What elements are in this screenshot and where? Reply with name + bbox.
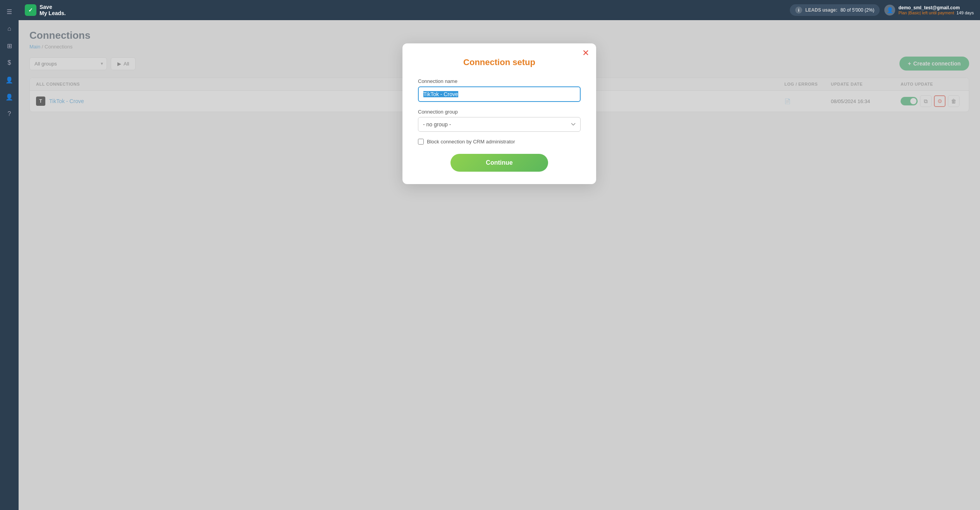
user-plan: Plan |Basic| left until payment 149 days — [898, 10, 974, 15]
connection-group-label: Connection group — [418, 109, 581, 115]
sidebar-hamburger[interactable]: ☰ — [2, 5, 16, 19]
leads-label: LEADS usage: — [805, 7, 837, 13]
modal-close-button[interactable]: ✕ — [582, 49, 589, 57]
sidebar-item-profile[interactable]: 👤 — [2, 90, 16, 104]
home-icon: ⌂ — [7, 25, 11, 32]
sidebar: ☰ ⌂ ⊞ $ 👤 👤 ? — [0, 0, 19, 510]
connection-name-input[interactable] — [418, 86, 581, 102]
logo-icon: ✓ — [25, 4, 36, 16]
connection-setup-modal: ✕ Connection setup Connection name Conne… — [402, 43, 596, 184]
app-name: SaveMy Leads. — [40, 4, 66, 16]
sidebar-item-users[interactable]: 👤 — [2, 73, 16, 87]
block-connection-group: Block connection by CRM administrator — [418, 139, 581, 145]
hamburger-icon: ☰ — [7, 8, 12, 16]
app-logo: ✓ SaveMy Leads. — [25, 4, 66, 16]
main-wrap: ✓ SaveMy Leads. i LEADS usage: 80 of 5'0… — [19, 0, 980, 510]
topbar: ✓ SaveMy Leads. i LEADS usage: 80 of 5'0… — [19, 0, 980, 20]
dollar-icon: $ — [8, 59, 11, 66]
leads-usage: i LEADS usage: 80 of 5'000 (2%) — [790, 4, 880, 16]
help-icon: ? — [8, 110, 11, 117]
profile-icon: 👤 — [5, 93, 13, 101]
sidebar-item-home[interactable]: ⌂ — [2, 22, 16, 36]
connection-group-select[interactable]: - no group - — [418, 117, 581, 132]
connection-name-label: Connection name — [418, 78, 581, 84]
topbar-user: 👤 demo_sml_test@gmail.com Plan |Basic| l… — [884, 5, 974, 16]
connection-group-group: Connection group - no group - — [418, 109, 581, 132]
block-connection-checkbox[interactable] — [418, 139, 424, 145]
users-icon: 👤 — [5, 76, 13, 84]
sidebar-item-grid[interactable]: ⊞ — [2, 39, 16, 53]
continue-button[interactable]: Continue — [450, 154, 548, 172]
modal-title: Connection setup — [418, 57, 581, 67]
user-email: demo_sml_test@gmail.com — [898, 5, 974, 10]
user-avatar: 👤 — [884, 5, 895, 16]
grid-icon: ⊞ — [7, 42, 12, 50]
modal-overlay: ✕ Connection setup Connection name Conne… — [19, 20, 980, 510]
user-info: demo_sml_test@gmail.com Plan |Basic| lef… — [898, 5, 974, 15]
sidebar-item-billing[interactable]: $ — [2, 56, 16, 70]
info-icon: i — [795, 7, 802, 14]
block-connection-label: Block connection by CRM administrator — [427, 139, 515, 145]
page-content: Connections Main / Connections All group… — [19, 20, 980, 510]
leads-count: 80 of 5'000 (2%) — [841, 7, 875, 13]
connection-name-group: Connection name — [418, 78, 581, 102]
sidebar-item-help[interactable]: ? — [2, 107, 16, 121]
